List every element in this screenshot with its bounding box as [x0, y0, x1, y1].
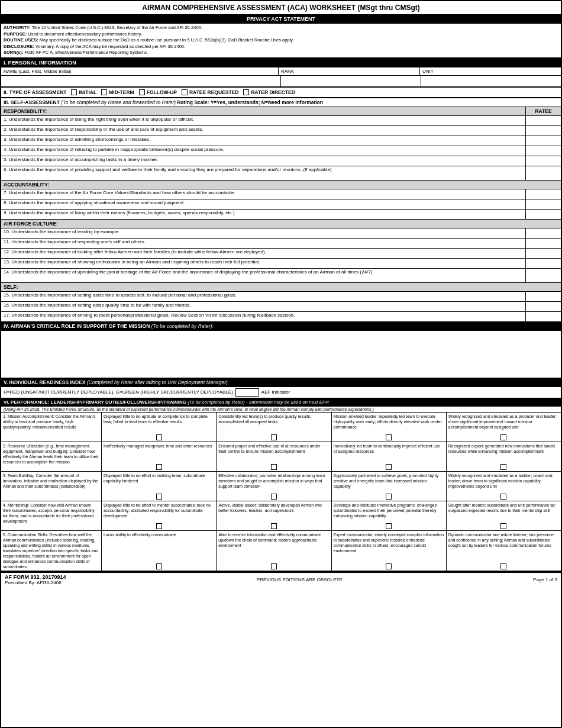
- purpose-value: Used to document effectiveness/duty perf…: [28, 31, 142, 37]
- followup-checkbox-item[interactable]: FOLLOW-UP: [139, 89, 177, 95]
- rank-label: RANK: [279, 67, 420, 75]
- privacy-act-header: PRIVACY ACT STATEMENT: [1, 15, 561, 24]
- accountability-header: ACCOUNTABILITY:: [1, 181, 561, 189]
- table-row: 17. Understands the importance of strivi…: [1, 312, 561, 322]
- perf-checkbox-4-4[interactable]: [500, 523, 506, 529]
- perf-checkbox-1-1[interactable]: [156, 434, 162, 440]
- perf-checkbox-2-3[interactable]: [386, 464, 392, 470]
- rater-directed-label: RATER DIRECTED: [251, 89, 295, 95]
- perf-checkbox-5-3[interactable]: [386, 563, 392, 569]
- authority-label: AUTHORITY:: [4, 25, 31, 30]
- item-13-box[interactable]: [525, 259, 561, 268]
- perf-col-3-4: Widely recognized and emulated as a buil…: [447, 472, 561, 501]
- perf-col-4-3: Develops and institutes innovative progr…: [332, 501, 447, 530]
- section-vi-sub1: (To be completed by Rater) - Information…: [188, 400, 329, 405]
- perf-checkbox-3-1[interactable]: [156, 494, 162, 500]
- section-iv-sub: (To be completed by Rater):: [151, 323, 214, 329]
- item-9-box[interactable]: [525, 210, 561, 219]
- item-3: 3. Understands the importance of admitti…: [1, 136, 525, 146]
- rater-directed-checkbox-item[interactable]: RATER DIRECTED: [243, 89, 295, 95]
- item-10-box[interactable]: [525, 228, 561, 238]
- perf-checkbox-1-2[interactable]: [271, 434, 277, 440]
- item-11-box[interactable]: [525, 239, 561, 248]
- followup-label: FOLLOW-UP: [147, 89, 177, 95]
- name-input[interactable]: [1, 76, 281, 86]
- section-iv-label: IV. AIRMAN'S CRITICAL ROLE IN SUPPORT OF…: [4, 323, 150, 329]
- item-6-box[interactable]: [525, 166, 561, 180]
- sorn-label: SORN(s):: [4, 50, 23, 55]
- ratee-requested-checkbox[interactable]: [182, 89, 188, 95]
- perf-col-1-2: Consistently led team(s) to produce qual…: [217, 413, 331, 442]
- followup-checkbox[interactable]: [139, 89, 145, 95]
- item-12-box[interactable]: [525, 249, 561, 258]
- section-v-legend: R=RED (UNSAT/NOT CURRENTLY DEPLOYABLE), …: [4, 389, 233, 395]
- perf-col-5-2: Able to receive information and effectiv…: [217, 531, 331, 571]
- item-14-box[interactable]: [525, 269, 561, 282]
- item-12: 12. Understands the importance of lookin…: [1, 249, 525, 258]
- table-row: 11. Understands the importance of respec…: [1, 239, 561, 249]
- aef-indicator-label: AEF Indicator: [261, 389, 290, 395]
- perf-checkbox-3-3[interactable]: [386, 494, 392, 500]
- table-row: 10. Understands the importance of leadin…: [1, 228, 561, 239]
- perf-checkbox-5-2[interactable]: [271, 563, 277, 569]
- perf-desc-1: 1. Mission Accomplishment: Consider the …: [1, 413, 102, 442]
- item-3-box[interactable]: [525, 136, 561, 146]
- item-2-box[interactable]: [525, 126, 561, 136]
- perf-col-4-2: Active, visible leader; deliberately dev…: [217, 501, 331, 530]
- table-row: 14. Understands the importance of uphold…: [1, 269, 561, 283]
- initial-checkbox[interactable]: [71, 89, 77, 95]
- perf-col-2-1: Ineffectively managed manpower, time and…: [102, 442, 217, 471]
- perf-checkbox-2-4[interactable]: [500, 464, 506, 470]
- section-vi-header: VI. PERFORMANCE: LEADERSHIP/PRIMARY DUTI…: [1, 398, 561, 407]
- perf-col-3-2: Effective collaborator; promotes relatio…: [217, 472, 331, 501]
- initial-checkbox-item[interactable]: INITIAL: [71, 89, 96, 95]
- name-label: NAME (Last, First, Middle Initial): [1, 67, 279, 75]
- perf-col-3-3: Aggressively partnered to achieve goals;…: [332, 472, 447, 501]
- item-6: 6. Understands the importance of providi…: [1, 166, 525, 180]
- item-7-box[interactable]: [525, 189, 561, 199]
- perf-checkbox-4-1[interactable]: [156, 523, 162, 529]
- perf-checkbox-5-1[interactable]: [156, 563, 162, 569]
- initial-label: INITIAL: [79, 89, 96, 95]
- table-row: 2. Understands the importance of respons…: [1, 126, 561, 136]
- section-i-header: I. PERSONAL INFORMATION: [1, 59, 561, 67]
- item-1-box[interactable]: [525, 116, 561, 125]
- item-5-box[interactable]: [525, 156, 561, 166]
- perf-checkbox-3-4[interactable]: [500, 494, 506, 500]
- routine-value: May specifically be disclosed outside th…: [40, 37, 294, 43]
- table-row: 8. Understands the importance of applyin…: [1, 199, 561, 210]
- perf-checkbox-2-1[interactable]: [156, 464, 162, 470]
- page: AIRMAN COMPREHENSIVE ASSESSMENT (ACA) WO…: [0, 0, 562, 728]
- name-input-row: [1, 76, 561, 88]
- item-4-box[interactable]: [525, 146, 561, 156]
- perf-checkbox-3-2[interactable]: [271, 494, 277, 500]
- aef-box[interactable]: [235, 388, 259, 397]
- rank-input[interactable]: [281, 76, 421, 86]
- perf-checkbox-4-2[interactable]: [271, 523, 277, 529]
- perf-checkbox-2-2[interactable]: [271, 464, 277, 470]
- ratee-requested-checkbox-item[interactable]: RATEE REQUESTED: [182, 89, 238, 95]
- perf-checkbox-1-3[interactable]: [386, 434, 392, 440]
- item-17-box[interactable]: [525, 312, 561, 321]
- perf-checkbox-1-4[interactable]: [500, 434, 506, 440]
- unit-input[interactable]: [421, 76, 561, 86]
- item-8-box[interactable]: [525, 199, 561, 209]
- perf-row-1: 1. Mission Accomplishment: Consider the …: [1, 413, 561, 442]
- rater-directed-checkbox[interactable]: [243, 89, 249, 95]
- item-16-box[interactable]: [525, 302, 561, 311]
- item-5: 5. Understands the importance of accompl…: [1, 156, 525, 166]
- midterm-checkbox-item[interactable]: MID-TERM: [101, 89, 134, 95]
- midterm-checkbox[interactable]: [101, 89, 107, 95]
- footer: AF FORM 932, 20170914 Prescribed By: AFI…: [1, 572, 561, 587]
- perf-col-2-3: Innovatively led team to continuously im…: [332, 442, 447, 471]
- perf-col-5-3: Expert communicator; clearly conveyed co…: [332, 531, 447, 571]
- perf-checkbox-5-4[interactable]: [500, 563, 506, 569]
- perf-checkbox-4-3[interactable]: [386, 523, 392, 529]
- disclosure-label: DISCLOSURE:: [4, 44, 34, 49]
- responsibility-row: RESPONSIBILITY: RATEE: [1, 107, 561, 116]
- section-iv-content[interactable]: [1, 331, 561, 378]
- page-number: Page 1 of 3: [533, 577, 557, 582]
- sorn-value: F036 AF PC A, Effectiveness/Performance …: [24, 50, 148, 55]
- item-15-box[interactable]: [525, 292, 561, 301]
- midterm-label: MID-TERM: [109, 89, 134, 95]
